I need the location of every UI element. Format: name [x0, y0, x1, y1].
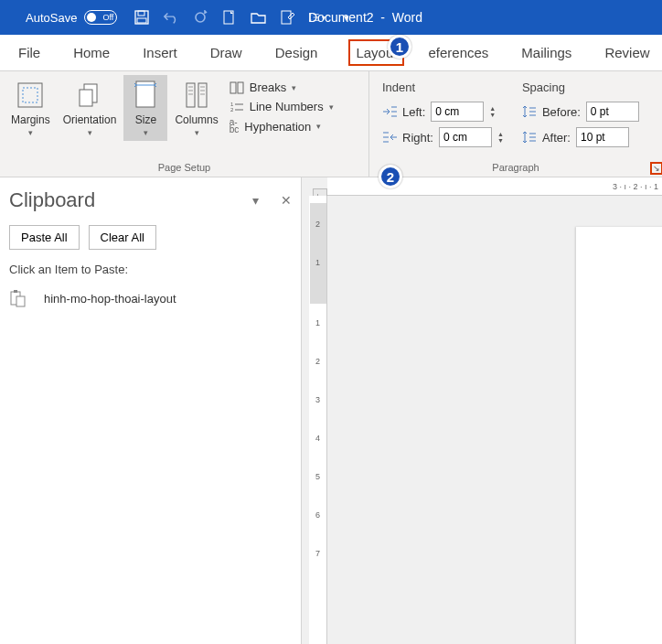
callout-badge-2: 2	[379, 165, 402, 188]
ribbon-tabs: File Home Insert Draw Design Layout efer…	[0, 35, 662, 71]
paste-all-button[interactable]: Paste All	[9, 225, 80, 250]
redo-icon[interactable]	[192, 9, 208, 26]
close-icon[interactable]: ✕	[281, 193, 292, 208]
tab-design[interactable]: Design	[273, 38, 320, 68]
undo-icon[interactable]	[163, 9, 179, 26]
indent-right-icon	[382, 131, 397, 144]
orientation-label: Orientation	[63, 113, 117, 126]
chevron-down-icon: ▾	[195, 128, 199, 137]
ruler-tick: 5	[315, 472, 320, 481]
spacing-before-label: Before:	[542, 105, 581, 119]
ruler-tick: 4	[315, 434, 320, 443]
indent-right-input[interactable]	[439, 127, 492, 147]
margins-icon	[16, 79, 45, 112]
hyphenation-icon: a-bc	[230, 119, 240, 134]
spacing-header: Spacing	[522, 80, 639, 94]
svg-rect-5	[18, 83, 42, 107]
autosave-toggle[interactable]: Off	[84, 10, 117, 25]
chevron-down-icon: ▾	[28, 128, 33, 137]
spacing-after-label: After:	[542, 131, 571, 145]
spacing-after-icon	[522, 131, 537, 144]
tab-insert[interactable]: Insert	[141, 38, 179, 68]
size-button[interactable]: Size ▾	[123, 75, 167, 141]
spacing-before-icon	[522, 105, 537, 118]
ruler-tick: 1	[315, 318, 320, 327]
document-page[interactable]	[576, 227, 662, 644]
hyphenation-label: Hyphenation	[244, 120, 311, 134]
size-label: Size	[135, 113, 156, 126]
svg-rect-8	[80, 90, 92, 106]
indent-left-label: Left:	[402, 105, 425, 119]
tab-references[interactable]: eferences	[426, 38, 490, 68]
spacing-before-input[interactable]	[586, 102, 639, 122]
indent-left-icon	[382, 105, 397, 118]
tab-mailings[interactable]: Mailings	[519, 38, 573, 68]
breaks-icon	[230, 81, 244, 94]
document-area: 3 · ı · 2 · ı · 1 ∟ 2 1 1 2 3 4 5 6 7	[302, 177, 662, 644]
svg-rect-25	[14, 290, 17, 293]
hyphenation-button[interactable]: a-bc Hyphenation ▾	[230, 119, 334, 134]
columns-icon	[184, 79, 209, 112]
group-page-setup: Margins ▾ Orientation ▾ Size ▾ Columns ▾	[0, 71, 369, 177]
page-setup-group-label: Page Setup	[5, 160, 363, 175]
size-icon	[133, 79, 158, 112]
indent-left-input[interactable]	[431, 102, 484, 122]
new-doc-icon[interactable]	[221, 9, 238, 26]
ruler-tick: 3	[315, 395, 320, 404]
spacing-after-input[interactable]	[576, 127, 629, 147]
tab-review[interactable]: Review	[603, 38, 651, 68]
chevron-down-icon: ▾	[316, 122, 321, 131]
ruler-tick: 7	[315, 549, 320, 558]
margins-button[interactable]: Margins ▾	[5, 75, 56, 141]
clipboard-item-text: hinh-mo-hop-thoai-layout	[44, 292, 176, 306]
line-numbers-button[interactable]: 12 Line Numbers ▾	[230, 100, 334, 113]
svg-rect-1	[138, 11, 144, 16]
tab-file[interactable]: File	[16, 38, 42, 68]
orientation-icon	[75, 79, 104, 112]
clipboard-hint: Click an Item to Paste:	[9, 263, 292, 276]
clear-all-button[interactable]: Clear All	[89, 225, 156, 250]
svg-rect-6	[23, 88, 37, 102]
callout-badge-1: 1	[388, 35, 411, 59]
clipboard-options-icon[interactable]: ▾	[252, 193, 259, 208]
orientation-button[interactable]: Orientation ▾	[58, 75, 123, 141]
svg-rect-26	[16, 296, 25, 306]
columns-label: Columns	[175, 113, 218, 126]
indent-right-label: Right:	[402, 131, 433, 145]
svg-rect-18	[230, 82, 236, 93]
ruler-vertical[interactable]: 2 1 1 2 3 4 5 6 7	[309, 196, 327, 644]
indent-header: Indent	[382, 80, 504, 94]
paste-icon	[9, 289, 26, 307]
title-bar: AutoSave Off ▾ ▾ Document2 - Word	[0, 0, 662, 35]
svg-rect-2	[137, 18, 146, 23]
ruler-tick: 2	[315, 357, 320, 366]
spinner-icon[interactable]: ▲▼	[497, 131, 504, 144]
clipboard-item[interactable]: hinh-mo-hop-thoai-layout	[9, 289, 292, 307]
line-numbers-icon: 12	[230, 101, 244, 113]
open-icon[interactable]	[251, 9, 267, 26]
autosave-label: AutoSave	[26, 11, 77, 25]
tab-home[interactable]: Home	[71, 38, 112, 68]
ruler-tick: 6	[315, 510, 320, 520]
columns-button[interactable]: Columns ▾	[169, 75, 223, 141]
svg-rect-4	[282, 11, 291, 24]
tab-draw[interactable]: Draw	[208, 38, 244, 68]
paragraph-group-label: Paragraph	[375, 160, 657, 175]
clipboard-title: Clipboard	[9, 188, 95, 212]
breaks-button[interactable]: Breaks ▾	[230, 80, 334, 94]
svg-text:2: 2	[230, 107, 234, 113]
spinner-icon[interactable]: ▲▼	[489, 105, 496, 118]
page-setup-dialog-launcher[interactable]: ↘	[650, 162, 662, 175]
save-icon[interactable]	[133, 9, 150, 26]
line-numbers-label: Line Numbers	[250, 100, 324, 113]
breaks-label: Breaks	[250, 80, 286, 94]
chevron-down-icon: ▾	[88, 128, 92, 137]
clipboard-pane: Clipboard ▾ ✕ Paste All Clear All Click …	[0, 177, 302, 644]
edit-icon[interactable]	[280, 9, 296, 26]
chevron-down-icon: ▾	[292, 83, 296, 92]
ruler-horizontal[interactable]: 3 · ı · 2 · ı · 1	[327, 177, 662, 196]
ribbon-content: Margins ▾ Orientation ▾ Size ▾ Columns ▾	[0, 71, 662, 177]
group-paragraph: Indent Left: ▲▼ Right: ▲▼ Spacing	[369, 71, 662, 177]
chevron-down-icon: ▾	[329, 102, 334, 112]
autosave-control[interactable]: AutoSave Off	[26, 10, 117, 25]
